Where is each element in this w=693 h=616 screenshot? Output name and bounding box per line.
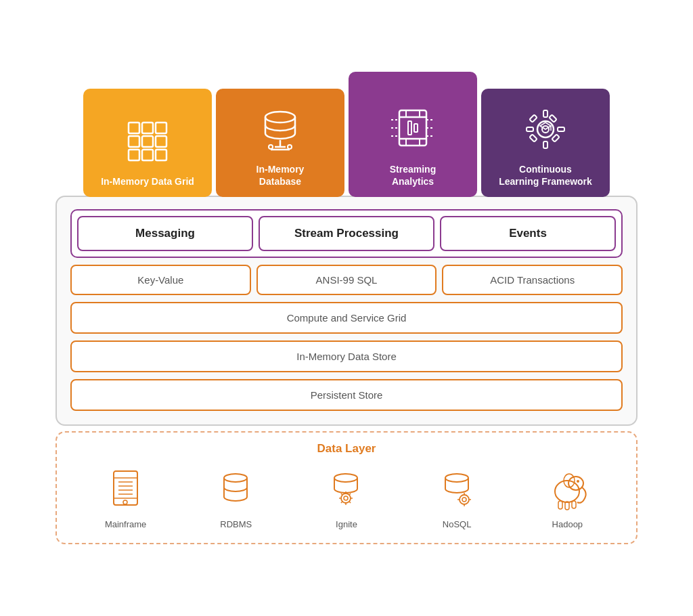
- svg-point-49: [123, 500, 127, 504]
- svg-rect-35: [558, 127, 564, 131]
- svg-rect-34: [527, 127, 533, 131]
- tile-label-database: In-MemoryDatabase: [256, 163, 305, 188]
- mainframe-label: Mainframe: [105, 519, 146, 529]
- in-memory-data-store-row: In-Memory Data Store: [70, 340, 623, 372]
- ansi-sql-label: ANSI-99 SQL: [316, 274, 378, 286]
- database-icon: [253, 102, 307, 156]
- svg-line-59: [350, 502, 351, 503]
- main-container: In-Memory Data Grid In-MemoryDatabase: [55, 72, 638, 544]
- svg-rect-32: [543, 110, 547, 117]
- svg-rect-8: [156, 150, 166, 160]
- acid-transactions-box: ACID Transactions: [442, 265, 623, 295]
- messaging-box: Messaging: [77, 216, 253, 251]
- rdbms-item: RDBMS: [213, 466, 260, 529]
- compute-service-label: Compute and Service Grid: [287, 312, 407, 324]
- ignite-icon: [323, 466, 370, 514]
- mainframe-icon: [102, 466, 150, 514]
- svg-point-69: [555, 481, 579, 502]
- persistent-store-row: Persistent Store: [70, 379, 623, 411]
- svg-rect-1: [142, 123, 153, 133]
- stream-processing-label: Stream Processing: [294, 227, 399, 240]
- svg-line-58: [341, 493, 342, 495]
- svg-line-60: [350, 493, 351, 495]
- svg-rect-75: [572, 501, 576, 508]
- events-box: Events: [440, 216, 616, 251]
- svg-rect-7: [142, 150, 153, 160]
- sep-boxes-row: Key-Value ANSI-99 SQL ACID Transactions: [70, 265, 623, 295]
- svg-rect-15: [399, 110, 426, 146]
- svg-point-53: [344, 496, 348, 500]
- svg-point-72: [577, 480, 579, 483]
- svg-point-14: [288, 145, 292, 149]
- svg-point-64: [462, 498, 466, 502]
- svg-rect-39: [529, 134, 537, 141]
- key-value-label: Key-Value: [137, 274, 183, 286]
- svg-rect-0: [129, 123, 139, 133]
- svg-rect-33: [543, 141, 547, 148]
- svg-rect-3: [129, 136, 139, 147]
- nosql-item: NoSQL: [433, 466, 480, 529]
- svg-rect-4: [142, 136, 153, 147]
- svg-rect-22: [408, 121, 411, 135]
- tile-in-memory-data-grid: In-Memory Data Grid: [83, 89, 212, 197]
- data-icons-row: Mainframe RDBMS: [70, 466, 623, 529]
- three-col-row: Messaging Stream Processing Events: [70, 209, 623, 258]
- tile-in-memory-database: In-MemoryDatabase: [216, 89, 344, 197]
- svg-rect-5: [156, 136, 166, 147]
- data-layer-container: Data Layer Mainframe: [55, 431, 638, 544]
- tile-label-learning: ContinuousLearning Framework: [499, 163, 592, 188]
- svg-rect-73: [558, 501, 562, 509]
- hadoop-item: Hadoop: [543, 466, 591, 529]
- ignite-item: Ignite: [323, 466, 370, 529]
- messaging-label: Messaging: [135, 227, 195, 240]
- svg-point-62: [445, 474, 468, 482]
- ansi-sql-box: ANSI-99 SQL: [256, 265, 437, 295]
- svg-rect-38: [549, 114, 556, 122]
- key-value-box: Key-Value: [70, 265, 251, 295]
- svg-line-61: [341, 502, 342, 503]
- rdbms-icon: [213, 466, 260, 514]
- streaming-icon: [386, 102, 440, 156]
- in-memory-store-label: In-Memory Data Store: [296, 351, 397, 362]
- svg-point-52: [341, 493, 351, 503]
- data-grid-icon: [120, 114, 175, 169]
- svg-rect-2: [156, 123, 166, 133]
- svg-point-50: [224, 474, 247, 482]
- svg-point-63: [460, 495, 469, 504]
- data-layer-title: Data Layer: [70, 442, 623, 456]
- hadoop-label: Hadoop: [552, 519, 583, 529]
- compute-service-grid-row: Compute and Service Grid: [70, 302, 623, 334]
- learning-icon: [518, 102, 573, 156]
- tile-streaming-analytics: StreamingAnalytics: [349, 72, 477, 197]
- svg-rect-36: [529, 114, 537, 122]
- tile-continuous-learning: ContinuousLearning Framework: [481, 89, 610, 197]
- svg-point-13: [269, 145, 273, 149]
- svg-rect-37: [552, 134, 559, 141]
- nosql-label: NoSQL: [443, 519, 472, 529]
- tile-label-data-grid: In-Memory Data Grid: [101, 175, 194, 188]
- svg-rect-23: [414, 124, 418, 132]
- svg-rect-6: [129, 150, 139, 160]
- svg-point-51: [334, 474, 357, 482]
- ignite-label: Ignite: [336, 519, 357, 529]
- tile-label-streaming: StreamingAnalytics: [390, 163, 436, 188]
- acid-transactions-label: ACID Transactions: [490, 274, 575, 286]
- top-icons-row: In-Memory Data Grid In-MemoryDatabase: [55, 72, 638, 197]
- nosql-icon: [433, 466, 480, 514]
- mainframe-item: Mainframe: [102, 466, 150, 529]
- svg-point-9: [265, 112, 295, 123]
- stream-processing-box: Stream Processing: [259, 216, 434, 251]
- hadoop-icon: [543, 466, 591, 514]
- events-label: Events: [509, 227, 547, 240]
- persistent-store-label: Persistent Store: [311, 389, 383, 401]
- core-container: Messaging Stream Processing Events Key-V…: [55, 196, 638, 426]
- rdbms-label: RDBMS: [220, 519, 252, 529]
